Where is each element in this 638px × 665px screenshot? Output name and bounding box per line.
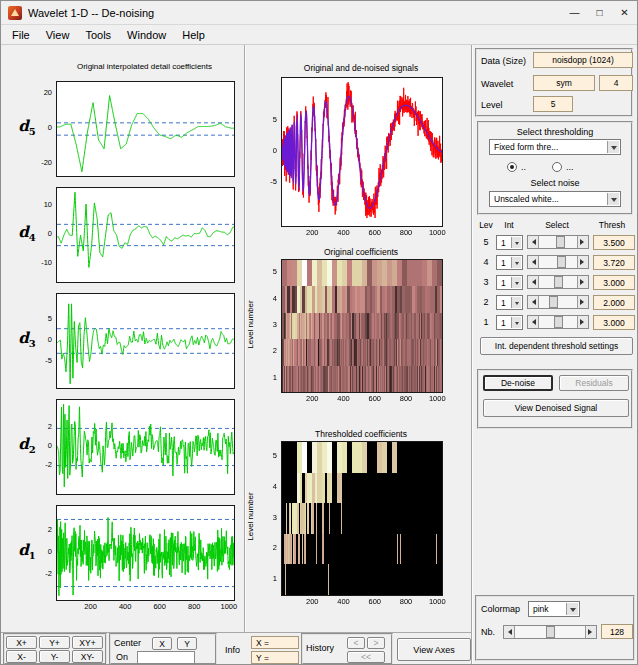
menubar: File View Tools Window Help [1, 25, 637, 45]
zoom-x-plus-button[interactable]: X+ [6, 636, 37, 649]
noise-method-dropdown[interactable]: Unscaled white... [489, 191, 621, 207]
slider-left-arrow-icon[interactable] [528, 236, 539, 248]
d1-detail-plot[interactable] [56, 505, 235, 601]
center-x-button[interactable]: X [152, 637, 172, 650]
titlebar[interactable]: Wavelet 1-D -- De-noising — □ ✕ [1, 1, 637, 25]
nb-colors-slider[interactable] [503, 625, 597, 639]
app-icon [8, 6, 22, 20]
slider-thumb[interactable] [549, 296, 558, 308]
minimize-button[interactable]: — [562, 1, 587, 24]
int-dropdown-value: 1 [501, 258, 506, 268]
threshold-slider[interactable] [527, 315, 589, 329]
view-denoised-signal-button[interactable]: View Denoised Signal [483, 399, 629, 417]
slider-right-arrow-icon[interactable] [577, 236, 588, 248]
x-tick-label: 800 [179, 602, 209, 611]
menu-view[interactable]: View [38, 27, 78, 43]
level-value-field[interactable]: 5 [533, 96, 573, 112]
zoom-x-minus-button[interactable]: X- [6, 650, 37, 663]
d3-detail-plot[interactable] [56, 293, 235, 389]
slider-track[interactable] [539, 316, 577, 328]
menu-tools[interactable]: Tools [77, 27, 119, 43]
y-tick-label: 5 [22, 314, 52, 323]
slider-thumb[interactable] [557, 256, 566, 268]
slider-left-arrow-icon[interactable] [528, 296, 539, 308]
maximize-button[interactable]: □ [587, 1, 612, 24]
slider-right-arrow-icon[interactable] [577, 296, 588, 308]
view-axes-button[interactable]: View Axes [397, 638, 471, 661]
colormap-dropdown[interactable]: pink [528, 601, 580, 617]
slider-thumb[interactable] [554, 276, 563, 288]
threshold-value-field[interactable]: 3.720 [593, 255, 635, 270]
x-tick-label: 200 [76, 602, 106, 611]
menu-help[interactable]: Help [174, 27, 213, 43]
d2-detail-plot[interactable] [56, 399, 235, 495]
menu-window[interactable]: Window [119, 27, 174, 43]
slider-right-arrow-icon[interactable] [577, 276, 588, 288]
zoom-y-plus-button[interactable]: Y+ [39, 636, 70, 649]
zoom-xy-minus-button[interactable]: XY- [72, 650, 103, 663]
menu-file[interactable]: File [4, 27, 38, 43]
thresholded-coefficients-heatmap[interactable] [281, 441, 443, 596]
threshold-slider[interactable] [527, 275, 589, 289]
int-dropdown[interactable]: 1 [496, 255, 523, 270]
signal-plot[interactable] [281, 77, 443, 227]
wavelet-family-field[interactable]: sym [533, 75, 595, 91]
int-dropdown[interactable]: 1 [496, 235, 523, 250]
threshold-option1-radio[interactable] [507, 162, 517, 172]
center-right-divider-hl [472, 45, 473, 665]
select-noise-label: Select noise [477, 178, 633, 188]
slider-track[interactable] [539, 276, 577, 288]
slider-left-arrow-icon[interactable] [528, 316, 539, 328]
residuals-button[interactable]: Residuals [559, 375, 629, 391]
original-coefficients-heatmap[interactable] [281, 259, 443, 393]
int-dependent-threshold-button[interactable]: Int. dependent threshold settings [480, 337, 633, 355]
denoise-button[interactable]: De-noise [483, 375, 553, 391]
chevron-down-icon [607, 193, 619, 205]
signal-plot-title: Original and de-noised signals [271, 63, 451, 73]
slider-track[interactable] [515, 626, 585, 638]
slider-left-arrow-icon[interactable] [504, 626, 515, 638]
threshold-slider[interactable] [527, 235, 589, 249]
slider-thumb[interactable] [554, 316, 563, 328]
zoom-y-minus-button[interactable]: Y- [39, 650, 70, 663]
int-dropdown[interactable]: 1 [496, 295, 523, 310]
thresholding-method-dropdown[interactable]: Fixed form thre... [489, 139, 621, 155]
slider-thumb[interactable] [556, 236, 565, 248]
history-back-button[interactable]: < [347, 637, 365, 649]
slider-track[interactable] [539, 296, 577, 308]
zoom-xy-plus-button[interactable]: XY+ [72, 636, 103, 649]
thresholded-coeffs-title: Thresholded coefficients [271, 429, 451, 439]
threshold-value-field[interactable]: 3.500 [593, 235, 635, 250]
slider-left-arrow-icon[interactable] [528, 276, 539, 288]
int-dropdown[interactable]: 1 [496, 275, 523, 290]
d5-detail-plot[interactable] [56, 81, 235, 177]
data-size-label: Data (Size) [481, 56, 526, 66]
slider-track[interactable] [539, 256, 577, 268]
center-y-button[interactable]: Y [177, 637, 197, 650]
x-tick-label: 800 [391, 394, 421, 403]
slider-left-arrow-icon[interactable] [528, 256, 539, 268]
slider-right-arrow-icon[interactable] [585, 626, 596, 638]
y-tick-label: 0 [22, 229, 52, 238]
threshold-value-field[interactable]: 2.000 [593, 295, 635, 310]
threshold-value-field[interactable]: 3.000 [593, 315, 635, 330]
close-button[interactable]: ✕ [612, 1, 637, 24]
level-tick-label: 2 [247, 346, 277, 355]
slider-right-arrow-icon[interactable] [577, 256, 588, 268]
slider-track[interactable] [539, 236, 577, 248]
d4-detail-plot[interactable] [56, 187, 235, 283]
int-dropdown-value: 1 [501, 318, 506, 328]
threshold-slider[interactable] [527, 255, 589, 269]
slider-thumb[interactable] [546, 626, 555, 638]
threshold-slider[interactable] [527, 295, 589, 309]
nb-value-field[interactable]: 128 [601, 624, 633, 639]
level-number-label: 1 [481, 317, 491, 327]
int-dropdown[interactable]: 1 [496, 315, 523, 330]
threshold-option2-radio[interactable] [552, 162, 562, 172]
slider-right-arrow-icon[interactable] [577, 316, 588, 328]
center-on-field[interactable] [137, 651, 195, 664]
wavelet-number-field[interactable]: 4 [599, 75, 633, 91]
threshold-value-field[interactable]: 3.000 [593, 275, 635, 290]
history-forward-button[interactable]: > [367, 637, 385, 649]
history-rewind-button[interactable]: << [347, 651, 385, 663]
